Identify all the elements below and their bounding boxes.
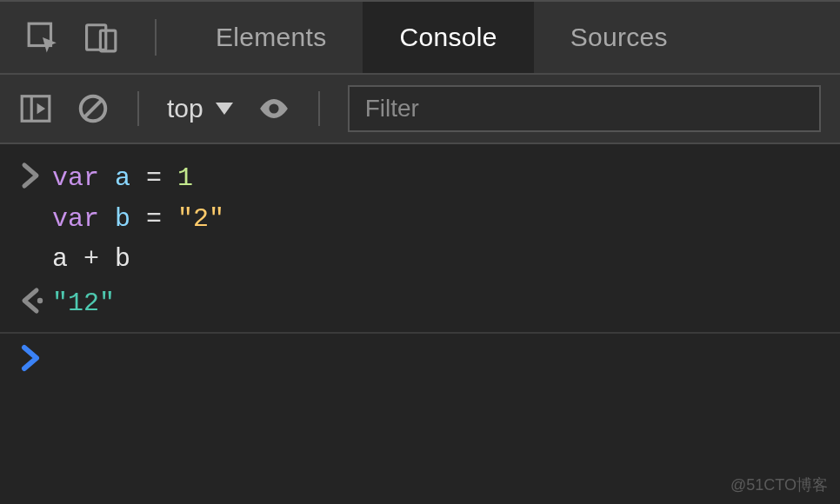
clear-console-icon[interactable] [77,92,110,125]
inspect-icon[interactable] [26,21,59,54]
code-token: a [115,163,130,193]
watermark: @51CTO博客 [730,474,828,495]
chevron-down-icon [216,103,233,115]
code-token [162,204,177,234]
live-expression-icon[interactable] [257,92,290,125]
code-token: "2" [177,204,224,234]
context-selector[interactable]: top [167,94,233,123]
result-indicator-icon [17,283,52,324]
svg-rect-1 [87,25,106,50]
code-token: a [52,244,83,274]
console-output: var a = 1 var b = "2" a + b "12" [0,144,840,383]
code-token [99,204,115,234]
console-toolbar: top [0,75,840,144]
toolbar-separator [318,91,320,126]
console-prompt-row[interactable] [0,339,840,383]
tab-sources[interactable]: Sources [534,2,704,73]
code-token: b [115,204,130,234]
console-result-value: "12" [52,283,840,324]
prompt-icon [17,341,52,381]
code-token [162,163,177,193]
tab-console[interactable]: Console [363,2,533,73]
code-token: var [52,163,99,193]
svg-rect-2 [100,30,115,51]
input-prompt-icon [17,158,52,280]
toolbar-separator [137,91,139,126]
svg-marker-5 [37,103,46,115]
svg-point-8 [269,103,278,113]
code-token: = [146,163,162,193]
code-token [130,204,146,234]
filter-input[interactable] [365,95,803,123]
console-input-row: var a = 1 var b = "2" a + b [0,156,840,282]
console-result-row: "12" [0,282,840,335]
filter-field[interactable] [348,85,821,132]
panel-tabs: Elements Console Sources [179,2,840,73]
tab-elements[interactable]: Elements [179,2,363,73]
tabbar-tools [0,2,179,73]
svg-line-7 [85,101,102,117]
sidebar-toggle-icon[interactable] [19,92,52,125]
code-token: + [83,244,99,274]
console-prompt-input[interactable] [52,341,840,381]
code-token: var [52,204,99,234]
code-token: 1 [177,163,193,193]
code-token: b [99,244,130,274]
console-input-code[interactable]: var a = 1 var b = "2" a + b [52,158,840,280]
code-token [130,163,146,193]
code-token [99,163,115,193]
device-toggle-icon[interactable] [85,21,118,54]
code-token: = [146,204,162,234]
svg-point-9 [37,297,43,302]
context-selector-label: top [167,94,203,123]
devtools-tabbar: Elements Console Sources [0,0,840,75]
